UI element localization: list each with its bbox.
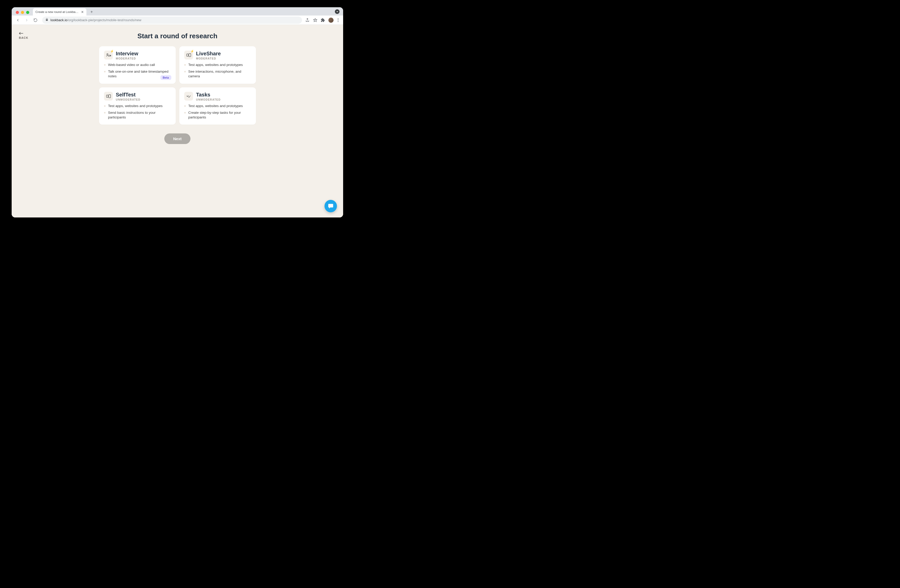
browser-tab[interactable]: Create a new round at Lookba… ✕: [33, 8, 87, 15]
close-window-icon[interactable]: [16, 11, 19, 14]
url-path: /org/lookback-pie/projects/mobile-test/r…: [67, 18, 141, 22]
svg-rect-3: [189, 54, 191, 57]
card-liveshare[interactable]: ⚡ LiveShare MODERATED Test apps, website…: [179, 46, 256, 84]
interview-icon: ⚡: [104, 51, 113, 59]
browser-menu-icon[interactable]: [337, 17, 340, 23]
back-label: BACK: [19, 36, 28, 39]
url-host: lookback.io: [50, 18, 67, 22]
bolt-icon: ⚡: [110, 50, 114, 53]
profile-avatar[interactable]: [328, 18, 334, 23]
svg-rect-5: [109, 94, 110, 98]
card-tasks[interactable]: Tasks UNMODERATED Test apps, websites an…: [179, 87, 256, 125]
bookmark-star-icon[interactable]: [313, 18, 318, 23]
card-subtitle: MODERATED: [196, 57, 221, 60]
minimize-window-icon[interactable]: [21, 11, 24, 14]
browser-toolbar: lookback.io/org/lookback-pie/projects/mo…: [12, 15, 343, 25]
page-content: BACK Start a round of research ⚡ Intervi…: [12, 25, 343, 217]
back-button[interactable]: BACK: [19, 31, 28, 39]
intercom-chat-button[interactable]: [324, 200, 337, 212]
bolt-icon: ⚡: [191, 50, 194, 53]
card-subtitle: UNMODERATED: [116, 98, 141, 101]
svg-rect-1: [109, 55, 110, 56]
beta-badge: Beta: [160, 75, 171, 80]
window-controls: [14, 11, 31, 15]
page-title: Start a round of research: [12, 25, 343, 40]
research-type-grid: ⚡ Interview MODERATED Web-based video or…: [99, 46, 256, 125]
card-title: LiveShare: [196, 51, 221, 56]
tab-bar: Create a new round at Lookba… ✕ +: [12, 7, 343, 15]
tasks-icon: [184, 92, 193, 101]
card-subtitle: UNMODERATED: [196, 98, 221, 101]
arrow-left-icon: [19, 31, 23, 35]
card-bullet: Create step-by-step tasks for your parti…: [184, 110, 251, 120]
card-bullet: Test apps, websites and prototypes: [104, 104, 171, 108]
close-tab-icon[interactable]: ✕: [81, 10, 84, 14]
nav-reload-button[interactable]: [32, 17, 39, 24]
svg-rect-4: [106, 95, 108, 97]
new-tab-button[interactable]: +: [88, 9, 95, 15]
tab-title: Create a new round at Lookba…: [36, 10, 78, 14]
card-bullet: Send basic instructions to your particip…: [104, 110, 171, 120]
card-subtitle: MODERATED: [116, 57, 138, 60]
maximize-window-icon[interactable]: [26, 11, 29, 14]
card-title: SelfTest: [116, 92, 141, 97]
extensions-icon[interactable]: [321, 18, 325, 23]
card-selftest[interactable]: SelfTest UNMODERATED Test apps, websites…: [99, 87, 176, 125]
next-button[interactable]: Next: [164, 133, 191, 144]
chat-icon: [327, 203, 334, 209]
nav-back-button[interactable]: [14, 17, 22, 24]
tab-overflow-icon[interactable]: [335, 9, 340, 14]
card-bullet: See interactions, microphone, and camera: [184, 69, 251, 79]
toolbar-right: [305, 17, 341, 23]
card-title: Interview: [116, 51, 138, 56]
svg-rect-2: [186, 54, 188, 56]
card-bullet: Test apps, websites and prototypes: [184, 104, 251, 108]
address-bar[interactable]: lookback.io/org/lookback-pie/projects/mo…: [42, 17, 302, 24]
lock-icon: [45, 18, 48, 22]
card-interview[interactable]: ⚡ Interview MODERATED Web-based video or…: [99, 46, 176, 84]
share-icon[interactable]: [305, 18, 310, 23]
svg-point-0: [107, 54, 108, 55]
liveshare-icon: ⚡: [184, 51, 193, 59]
card-bullet: Test apps, websites and prototypes: [184, 63, 251, 67]
browser-window: Create a new round at Lookba… ✕ + lookba…: [12, 7, 343, 217]
url-text: lookback.io/org/lookback-pie/projects/mo…: [50, 18, 141, 22]
selftest-icon: [104, 92, 113, 101]
card-bullet: Web-based video or audio call: [104, 63, 171, 67]
card-title: Tasks: [196, 92, 221, 97]
nav-forward-button[interactable]: [23, 17, 30, 24]
